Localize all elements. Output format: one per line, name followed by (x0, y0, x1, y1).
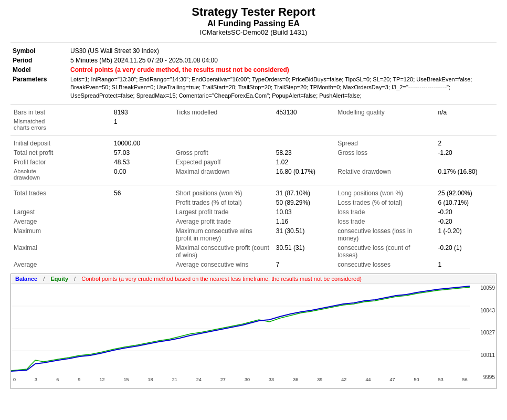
profit-factor-value: 48.53 (111, 158, 173, 167)
x-label-53: 53 (438, 377, 443, 382)
max-consec-wins-label: Maximum consecutive wins (profit in mone… (173, 226, 273, 243)
quality-value: n/a (435, 108, 497, 117)
y-label-2: 10043 (480, 308, 495, 313)
avg-consec-row: Average Average consecutive wins 7 conse… (10, 260, 497, 269)
relative-drawdown-value: 0.17% (16.80) (435, 167, 497, 182)
bars-label: Bars in test (10, 108, 111, 117)
average-loss-label: loss trade (334, 217, 435, 226)
average-trades-row: Average Average profit trade 1.16 loss t… (10, 217, 497, 226)
x-axis: 0 3 6 9 12 15 18 21 24 27 30 33 36 39 42… (11, 377, 470, 382)
max-consec-losses-value: 1 (-0.20) (435, 226, 497, 243)
x-label-33: 33 (269, 377, 274, 382)
absolute-drawdown-value: 0.00 (111, 167, 173, 182)
bars-row: Bars in test 8193 Ticks modelled 453130 … (10, 108, 497, 117)
x-label-36: 36 (293, 377, 298, 382)
long-value: 25 (92.00%) (435, 188, 497, 198)
x-label-27: 27 (220, 377, 226, 382)
chart-section: Balance / Equity / Control points (a ver… (10, 274, 497, 389)
report-container: Strategy Tester Report AI Funding Passin… (0, 0, 507, 394)
x-label-15: 15 (123, 377, 129, 382)
x-label-18: 18 (148, 377, 153, 382)
spread-value: 2 (435, 139, 497, 148)
legend-balance: Balance (15, 276, 37, 282)
mismatch-value: 1 (111, 117, 173, 132)
max-consec-losses-label: consecutive losses (loss in money) (334, 226, 435, 243)
bars-value: 8193 (111, 108, 173, 117)
total-trades-label: Total trades (10, 188, 111, 198)
profit-trades-label: Profit trades (% of total) (173, 198, 273, 207)
x-label-24: 24 (196, 377, 202, 382)
profit-trades-value: 50 (89.29%) (273, 198, 335, 207)
avg-consec-wins-label: Average consecutive wins (173, 260, 273, 269)
x-label-30: 30 (245, 377, 250, 382)
period-label: Period (10, 56, 68, 65)
maximal-drawdown-value: 16.80 (0.17%) (273, 167, 335, 182)
ticks-value: 453130 (273, 108, 335, 117)
chart-legend: Balance / Equity / Control points (a ver… (11, 274, 496, 284)
absolute-drawdown-label: Absolutedrawdown (10, 167, 111, 182)
period-value: 5 Minutes (M5) 2024.11.25 07:20 - 2025.0… (68, 56, 497, 65)
equity-line (11, 287, 470, 371)
symbol-label: Symbol (10, 46, 68, 56)
symbol-row: Symbol US30 (US Wall Street 30 Index) (10, 46, 497, 56)
report-title: Strategy Tester Report (10, 5, 497, 19)
avg-consec-losses-value: 1 (435, 260, 497, 269)
parameters-row: Parameters Lots=1; IniRango="13:30"; End… (10, 75, 497, 101)
x-label-47: 47 (390, 377, 395, 382)
largest-loss-value: -0.20 (435, 207, 497, 217)
x-label-6: 6 (56, 377, 59, 382)
x-label-0: 0 (13, 377, 16, 382)
max-consec-row: Maximum Maximum consecutive wins (profit… (10, 226, 497, 243)
x-label-39: 39 (317, 377, 322, 382)
x-label-42: 42 (341, 377, 346, 382)
gross-loss-value: -1.20 (435, 148, 497, 158)
initial-deposit-value: 10000.00 (111, 139, 173, 148)
x-label-50: 50 (414, 377, 419, 382)
report-header: Strategy Tester Report AI Funding Passin… (10, 5, 497, 36)
x-label-3: 3 (35, 377, 37, 382)
parameters-value: Lots=1; IniRango="13:30"; EndRango="14:3… (68, 75, 497, 101)
largest-loss-label: loss trade (334, 207, 435, 217)
gross-profit-value: 58.23 (273, 148, 335, 158)
trades-table: Total trades 56 Short positions (won %) … (10, 188, 497, 269)
quality-label: Modelling quality (334, 108, 435, 117)
maximal-consec-loss-label: consecutive loss (count of losses) (334, 243, 435, 260)
parameters-label: Parameters (10, 75, 68, 101)
initial-deposit-label: Initial deposit (10, 139, 111, 148)
drawdown-row: Absolutedrawdown 0.00 Maximal drawdown 1… (10, 167, 497, 182)
avg-consec-losses-label: consecutive losses (334, 260, 435, 269)
chart-area: 10059 10043 10027 10011 9995 0 3 6 9 12 … (11, 284, 496, 381)
y-label-4: 10011 (480, 352, 495, 358)
bars-table: Bars in test 8193 Ticks modelled 453130 … (10, 108, 497, 132)
total-trades-value: 56 (111, 188, 173, 198)
average-profit-value: 1.16 (273, 217, 335, 226)
x-label-56: 56 (462, 377, 468, 382)
largest-profit-value: 10.03 (273, 207, 335, 217)
x-label-21: 21 (172, 377, 177, 382)
legend-equity: Equity (50, 276, 68, 282)
relative-drawdown-label: Relative drawdown (334, 167, 435, 182)
y-axis: 10059 10043 10027 10011 9995 (470, 284, 496, 381)
net-profit-label: Total net profit (10, 148, 111, 158)
y-label-1: 10059 (480, 285, 495, 291)
short-label: Short positions (won %) (173, 188, 273, 198)
average-loss-value: -0.20 (435, 217, 497, 226)
maximal-consec-profit-value: 30.51 (31) (273, 243, 335, 260)
long-label: Long positions (won %) (334, 188, 435, 198)
total-trades-row: Total trades 56 Short positions (won %) … (10, 188, 497, 198)
profit-factor-row: Profit factor 48.53 Expected payoff 1.02 (10, 158, 497, 167)
ticks-label: Ticks modelled (173, 108, 273, 117)
x-label-12: 12 (99, 377, 104, 382)
symbol-value: US30 (US Wall Street 30 Index) (68, 46, 497, 56)
net-profit-row: Total net profit 57.03 Gross profit 58.2… (10, 148, 497, 158)
average-profit-label: Average profit trade (173, 217, 273, 226)
gross-loss-label: Gross loss (334, 148, 435, 158)
maximal-consec-loss-value: -0.20 (1) (435, 243, 497, 260)
maximal-consec-profit-label: Maximal consecutive profit (count of win… (173, 243, 273, 260)
chart-svg (11, 284, 470, 373)
model-label: Model (10, 65, 68, 75)
expected-payoff-value: 1.02 (273, 158, 335, 167)
loss-trades-label: Loss trades (% of total) (334, 198, 435, 207)
profit-trades-row: Profit trades (% of total) 50 (89.29%) L… (10, 198, 497, 207)
x-label-44: 44 (365, 377, 371, 382)
